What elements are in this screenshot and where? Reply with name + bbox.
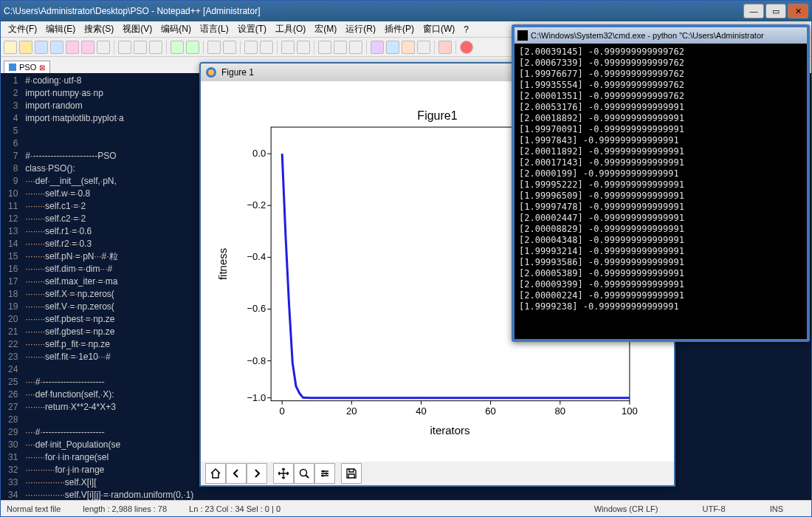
- undo-icon[interactable]: [171, 41, 184, 54]
- save-all-icon[interactable]: [50, 41, 63, 54]
- find-icon[interactable]: [207, 41, 221, 54]
- status-position: Ln : 23 Col : 34 Sel : 0 | 0: [189, 504, 281, 513]
- menu-help[interactable]: ?: [459, 23, 473, 36]
- home-icon[interactable]: [205, 463, 226, 484]
- close-file-icon[interactable]: [66, 41, 79, 54]
- lang-icon[interactable]: [371, 41, 384, 54]
- file-icon: [9, 64, 16, 71]
- status-bar: Normal text file length : 2,988 lines : …: [1, 500, 811, 516]
- cmd-title-bar[interactable]: C:\Windows\System32\cmd.exe - python "C:…: [515, 27, 807, 44]
- indent-guide-icon[interactable]: [349, 41, 362, 54]
- forward-icon[interactable]: [247, 463, 267, 484]
- save-icon[interactable]: [35, 41, 48, 54]
- menu-encoding[interactable]: 编码(N): [156, 21, 196, 37]
- svg-point-32: [323, 470, 325, 473]
- figure-toolbar: [201, 462, 674, 485]
- cmd-title-text: C:\Windows\System32\cmd.exe - python "C:…: [531, 31, 764, 40]
- cmd-output[interactable]: [2.00039145] -0.999999999999762 [2.00067…: [515, 44, 807, 339]
- figure-title-text: Figure 1: [221, 67, 254, 78]
- record-macro-icon[interactable]: [460, 41, 473, 54]
- svg-text:−0.6: −0.6: [247, 304, 266, 315]
- maximize-button[interactable]: ▭: [765, 4, 786, 18]
- svg-text:0.0: 0.0: [252, 148, 266, 160]
- figure-app-icon: [205, 66, 217, 78]
- zoom-in-icon[interactable]: [244, 41, 258, 54]
- svg-text:40: 40: [416, 405, 426, 417]
- copy-icon[interactable]: [134, 41, 147, 54]
- svg-point-33: [326, 473, 328, 475]
- wrap-icon[interactable]: [318, 41, 331, 54]
- svg-text:−0.2: −0.2: [247, 200, 266, 211]
- close-all-icon[interactable]: [81, 41, 94, 54]
- menu-view[interactable]: 视图(V): [118, 21, 156, 37]
- svg-text:−0.4: −0.4: [247, 252, 266, 263]
- svg-point-1: [208, 69, 214, 75]
- show-all-chars-icon[interactable]: [334, 41, 347, 54]
- svg-text:100: 100: [622, 405, 638, 417]
- cmd-window[interactable]: C:\Windows\System32\cmd.exe - python "C:…: [512, 24, 810, 342]
- open-file-icon[interactable]: [19, 41, 32, 54]
- svg-point-27: [300, 470, 307, 476]
- zoom-icon[interactable]: [294, 463, 314, 484]
- redo-icon[interactable]: [186, 41, 199, 54]
- close-button[interactable]: ✕: [788, 4, 808, 18]
- menu-settings[interactable]: 设置(T): [233, 21, 271, 37]
- svg-text:−1.0: −1.0: [247, 392, 266, 403]
- cmd-icon: [517, 30, 528, 41]
- chart-title: Figure1: [417, 109, 457, 122]
- line-number-gutter: 1234567891011121314151617181920212223242…: [1, 73, 22, 500]
- menu-tools[interactable]: 工具(O): [271, 21, 310, 37]
- svg-point-34: [322, 475, 324, 477]
- status-eol: Windows (CR LF): [594, 504, 658, 513]
- back-icon[interactable]: [226, 463, 247, 484]
- status-doctype: Normal text file: [7, 504, 61, 513]
- status-encoding: UTF-8: [702, 504, 725, 513]
- svg-text:0: 0: [280, 405, 285, 417]
- new-file-icon[interactable]: [4, 41, 17, 54]
- folder-icon[interactable]: [417, 41, 430, 54]
- menu-run[interactable]: 运行(R): [341, 21, 380, 37]
- pan-icon[interactable]: [273, 463, 294, 484]
- cut-icon[interactable]: [118, 41, 131, 54]
- doc-map-icon[interactable]: [386, 41, 399, 54]
- sync-h-icon[interactable]: [297, 41, 310, 54]
- menu-macro[interactable]: 宏(M): [310, 21, 341, 37]
- paste-icon[interactable]: [149, 41, 162, 54]
- menu-language[interactable]: 语言(L): [196, 21, 233, 37]
- sync-v-icon[interactable]: [281, 41, 295, 54]
- status-insert-mode: INS: [770, 504, 783, 513]
- zoom-out-icon[interactable]: [260, 41, 273, 54]
- svg-text:60: 60: [485, 405, 495, 417]
- npp-window-controls: — ▭ ✕: [742, 4, 808, 18]
- menu-window[interactable]: 窗口(W): [419, 21, 459, 37]
- npp-title-text: C:\Users\Administrator\Desktop\PSO - Not…: [4, 6, 260, 16]
- x-axis-ticks: 0 20 40 60 80 100: [280, 401, 638, 417]
- svg-text:−0.8: −0.8: [247, 355, 266, 366]
- y-axis-label: fitness: [216, 248, 229, 280]
- menu-file[interactable]: 文件(F): [4, 21, 41, 37]
- menu-plugins[interactable]: 插件(P): [380, 21, 419, 37]
- menu-search[interactable]: 搜索(S): [80, 21, 118, 37]
- configure-subplots-icon[interactable]: [314, 463, 335, 484]
- svg-text:20: 20: [346, 405, 357, 417]
- code-text[interactable]: #·coding:·utf-8import·numpy·as·npimport·…: [22, 73, 196, 500]
- file-tab-label: PSO: [19, 63, 36, 72]
- monitor-icon[interactable]: [438, 41, 452, 54]
- save-figure-icon[interactable]: [341, 463, 362, 484]
- replace-icon[interactable]: [223, 41, 236, 54]
- npp-title-bar[interactable]: C:\Users\Administrator\Desktop\PSO - Not…: [1, 1, 811, 21]
- status-length: length : 2,988 lines : 78: [83, 504, 167, 513]
- print-icon[interactable]: [97, 41, 110, 54]
- minimize-button[interactable]: —: [743, 4, 764, 18]
- tab-close-icon[interactable]: ⊠: [39, 64, 45, 72]
- y-axis-ticks: 0.0 −0.2 −0.4 −0.6 −0.8 −1.0: [247, 148, 271, 404]
- svg-line-28: [306, 476, 309, 479]
- x-axis-label: iterators: [430, 424, 469, 436]
- menu-edit[interactable]: 编辑(E): [41, 21, 80, 37]
- svg-text:80: 80: [555, 405, 565, 417]
- file-tab-pso[interactable]: PSO ⊠: [4, 61, 50, 73]
- func-list-icon[interactable]: [402, 41, 415, 54]
